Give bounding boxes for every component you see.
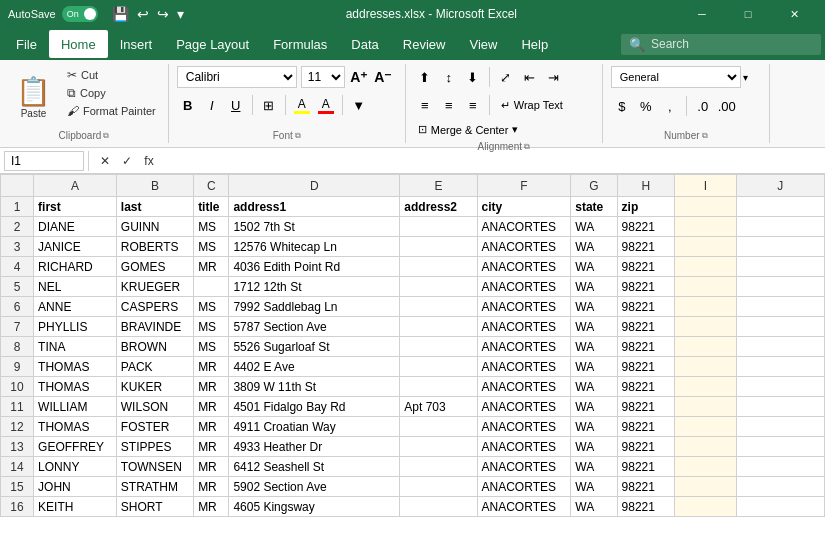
cell-I16[interactable]: [674, 497, 736, 517]
bold-button[interactable]: B: [177, 94, 199, 116]
col-header-I[interactable]: I: [674, 175, 736, 197]
col-header-G[interactable]: G: [571, 175, 617, 197]
cell-J15[interactable]: [736, 477, 824, 497]
search-box[interactable]: 🔍: [621, 34, 821, 55]
cell-E15[interactable]: [400, 477, 477, 497]
cell-B3[interactable]: ROBERTS: [116, 237, 193, 257]
copy-button[interactable]: ⧉ Copy: [63, 84, 160, 102]
menu-view[interactable]: View: [457, 30, 509, 58]
cell-C7[interactable]: MS: [194, 317, 229, 337]
number-expand-icon[interactable]: ⧉: [702, 131, 708, 141]
cell-G16[interactable]: WA: [571, 497, 617, 517]
cell-E6[interactable]: [400, 297, 477, 317]
save-icon[interactable]: 💾: [112, 6, 129, 22]
cell-J7[interactable]: [736, 317, 824, 337]
cell-reference-input[interactable]: [4, 151, 84, 171]
cell-B9[interactable]: PACK: [116, 357, 193, 377]
cell-I8[interactable]: [674, 337, 736, 357]
minimize-button[interactable]: ─: [679, 0, 725, 28]
cell-J14[interactable]: [736, 457, 824, 477]
cell-F10[interactable]: ANACORTES: [477, 377, 571, 397]
cell-F1[interactable]: city: [477, 197, 571, 217]
cell-D2[interactable]: 1502 7th St: [229, 217, 400, 237]
cell-H1[interactable]: zip: [617, 197, 674, 217]
cell-C12[interactable]: MR: [194, 417, 229, 437]
cell-C11[interactable]: MR: [194, 397, 229, 417]
cell-G10[interactable]: WA: [571, 377, 617, 397]
cell-C16[interactable]: MR: [194, 497, 229, 517]
autosave-toggle[interactable]: On: [62, 6, 98, 22]
cell-J13[interactable]: [736, 437, 824, 457]
cell-J1[interactable]: [736, 197, 824, 217]
align-left-button[interactable]: ≡: [414, 94, 436, 116]
cell-I14[interactable]: [674, 457, 736, 477]
cell-E1[interactable]: address2: [400, 197, 477, 217]
cell-C6[interactable]: MS: [194, 297, 229, 317]
align-middle-button[interactable]: ↕: [438, 66, 460, 88]
cell-B16[interactable]: SHORT: [116, 497, 193, 517]
cell-A1[interactable]: first: [34, 197, 117, 217]
cell-B10[interactable]: KUKER: [116, 377, 193, 397]
cell-I13[interactable]: [674, 437, 736, 457]
cell-G4[interactable]: WA: [571, 257, 617, 277]
cell-C1[interactable]: title: [194, 197, 229, 217]
formula-fx-icon[interactable]: fx: [141, 154, 157, 168]
cell-J2[interactable]: [736, 217, 824, 237]
merge-center-button[interactable]: ⊡ Merge & Center ▾: [414, 122, 523, 137]
cell-H11[interactable]: 98221: [617, 397, 674, 417]
cell-H9[interactable]: 98221: [617, 357, 674, 377]
cell-I7[interactable]: [674, 317, 736, 337]
cell-E11[interactable]: Apt 703: [400, 397, 477, 417]
col-header-E[interactable]: E: [400, 175, 477, 197]
redo-icon[interactable]: ↪: [157, 6, 169, 22]
cell-A6[interactable]: ANNE: [34, 297, 117, 317]
menu-insert[interactable]: Insert: [108, 30, 165, 58]
cell-D4[interactable]: 4036 Edith Point Rd: [229, 257, 400, 277]
formula-input[interactable]: [161, 154, 821, 168]
cell-E3[interactable]: [400, 237, 477, 257]
cell-E5[interactable]: [400, 277, 477, 297]
cell-G11[interactable]: WA: [571, 397, 617, 417]
increase-decimal-button[interactable]: .00: [716, 95, 738, 117]
cell-E13[interactable]: [400, 437, 477, 457]
cell-F7[interactable]: ANACORTES: [477, 317, 571, 337]
col-header-H[interactable]: H: [617, 175, 674, 197]
cell-F14[interactable]: ANACORTES: [477, 457, 571, 477]
currency-button[interactable]: $: [611, 95, 633, 117]
cut-button[interactable]: ✂ Cut: [63, 66, 160, 84]
cell-F16[interactable]: ANACORTES: [477, 497, 571, 517]
cell-I12[interactable]: [674, 417, 736, 437]
cell-I5[interactable]: [674, 277, 736, 297]
comma-button[interactable]: ,: [659, 95, 681, 117]
cell-E16[interactable]: [400, 497, 477, 517]
cell-G9[interactable]: WA: [571, 357, 617, 377]
cell-D10[interactable]: 3809 W 11th St: [229, 377, 400, 397]
cell-E2[interactable]: [400, 217, 477, 237]
cell-E9[interactable]: [400, 357, 477, 377]
indent-decrease-button[interactable]: ⇤: [519, 66, 541, 88]
cell-I15[interactable]: [674, 477, 736, 497]
cell-A11[interactable]: WILLIAM: [34, 397, 117, 417]
cell-H15[interactable]: 98221: [617, 477, 674, 497]
italic-button[interactable]: I: [201, 94, 223, 116]
close-button[interactable]: ✕: [771, 0, 817, 28]
font-size-select[interactable]: 11: [301, 66, 345, 88]
cell-A15[interactable]: JOHN: [34, 477, 117, 497]
font-expand-icon[interactable]: ⧉: [295, 131, 301, 141]
cell-H14[interactable]: 98221: [617, 457, 674, 477]
cell-F12[interactable]: ANACORTES: [477, 417, 571, 437]
cell-B4[interactable]: GOMES: [116, 257, 193, 277]
cell-G8[interactable]: WA: [571, 337, 617, 357]
cell-F4[interactable]: ANACORTES: [477, 257, 571, 277]
cell-A5[interactable]: NEL: [34, 277, 117, 297]
cell-B15[interactable]: STRATHM: [116, 477, 193, 497]
cell-G3[interactable]: WA: [571, 237, 617, 257]
paste-button[interactable]: 📋 Paste: [8, 66, 59, 128]
cell-H16[interactable]: 98221: [617, 497, 674, 517]
cell-F15[interactable]: ANACORTES: [477, 477, 571, 497]
cell-B11[interactable]: WILSON: [116, 397, 193, 417]
menu-review[interactable]: Review: [391, 30, 458, 58]
cell-A3[interactable]: JANICE: [34, 237, 117, 257]
cell-H8[interactable]: 98221: [617, 337, 674, 357]
cell-J9[interactable]: [736, 357, 824, 377]
